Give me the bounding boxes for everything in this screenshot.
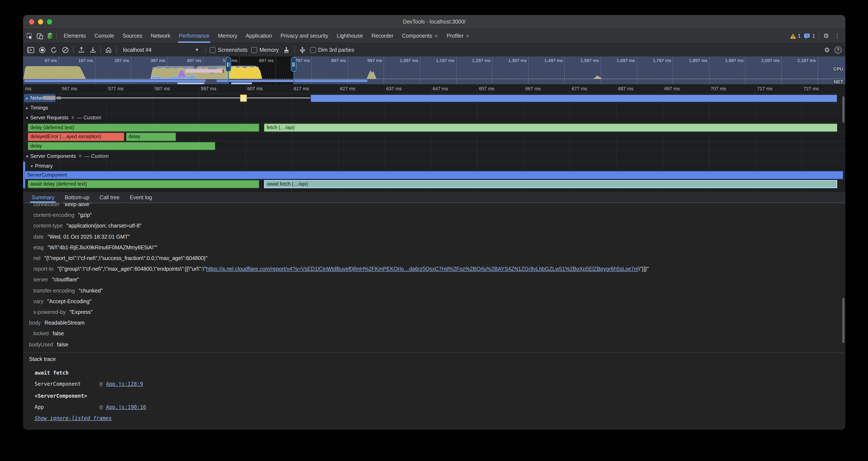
tab-privacy-and-security[interactable]: Privacy and security [276, 29, 333, 43]
header-value: "Accept-Encoding" [47, 298, 91, 305]
event-bar-await-delay-deferred-text-[interactable]: await delay (deferred text) [28, 180, 259, 188]
header-key: nel [33, 255, 40, 261]
expand-triangle-icon[interactable]: ▾ [31, 164, 33, 168]
show-ignore-listed-frames-link[interactable]: Show ignore-listed frames [35, 415, 112, 421]
tab-lighthouse[interactable]: Lighthouse [333, 29, 367, 43]
reload-and-record-button[interactable] [50, 46, 58, 54]
header-line-body: bodyReadableStream [29, 318, 841, 328]
history-select[interactable]: localhost #4 ▼ [120, 46, 202, 54]
flame-chart[interactable]: ms567 ms577 ms587 ms597 ms607 ms617 ms62… [23, 84, 845, 192]
home-icon[interactable] [105, 46, 112, 54]
stack-trace-divider [23, 352, 845, 353]
report-to-url-link[interactable]: https://a.nel.cloudflare.com/report/v4?s… [206, 266, 639, 272]
network-request-yellow-box[interactable] [240, 94, 247, 102]
tab-components[interactable]: Components⚛ [398, 29, 442, 43]
memory-checkbox-group[interactable]: Memory [251, 47, 279, 53]
expand-triangle-icon[interactable]: ▾ [26, 154, 28, 159]
issues-count: 1 [812, 33, 815, 39]
desktop: DevTools - localhost:3000/ ElementsConso… [0, 0, 868, 461]
header-value: false [57, 342, 68, 347]
garbage-collect-icon[interactable] [283, 46, 290, 54]
warnings-badge[interactable]: 1 [789, 33, 801, 39]
performance-toolbar: localhost #4 ▼ Screenshots Memory Dim 3 [23, 43, 845, 57]
track-header-timings[interactable]: ▸Timings [26, 105, 48, 111]
tab-application[interactable]: Application [242, 29, 276, 43]
track-label: Server Components [30, 153, 76, 159]
header-line-date: date"Wed, 01 Oct 2025 18:32:01 GMT" [29, 232, 841, 242]
details-tab-label: Bottom-up [65, 194, 89, 200]
device-toolbar-icon[interactable] [36, 32, 43, 40]
stack-frame-3: App@App.js:190:16 [35, 404, 146, 410]
collapse-triangle-icon[interactable]: ▸ [26, 106, 28, 110]
event-bar-delay[interactable]: delay [28, 142, 216, 150]
event-bar-delayederror-ayed-exception-[interactable]: delayedError (…ayed exception) [28, 133, 124, 141]
overview-left-handle-line [228, 72, 229, 84]
track-header-server-components[interactable]: ▾Server Components⚛— Custom [26, 153, 109, 159]
tab-label: Lighthouse [337, 33, 363, 39]
timeline-overview[interactable]: 97 ms197 ms297 ms397 ms497 ms597 ms697 m… [23, 56, 845, 84]
stack-frame-source-link[interactable]: App.js:128:9 [106, 381, 143, 387]
help-icon[interactable]: ? [835, 47, 841, 53]
track-header-primary[interactable]: ▾Primary [31, 163, 53, 169]
shorten-flame-icon[interactable] [299, 46, 306, 54]
track-header-server-requests[interactable]: ▾Server Requests⚛— Custom [26, 115, 101, 121]
event-bar-delay-deferred-text-[interactable]: delay (deferred text) [28, 123, 259, 132]
expand-triangle-icon[interactable]: ▾ [26, 115, 28, 120]
devtools-window: DevTools - localhost:3000/ ElementsConso… [23, 15, 845, 430]
flamechart-scrollbar-thumb[interactable] [842, 96, 844, 123]
inspect-element-icon[interactable] [26, 32, 33, 40]
header-line-x-powered-by: x-powered-by"Express" [29, 307, 841, 318]
overview-left-handle[interactable] [225, 57, 231, 72]
tab-elements[interactable]: Elements [59, 29, 90, 43]
event-bar-fetch-api-[interactable]: fetch (…/api) [264, 123, 837, 132]
event-bar-await-fetch-api-[interactable]: await fetch (…/api) [264, 180, 837, 188]
dim-3rd-parties-checkbox[interactable] [310, 47, 316, 53]
capture-settings-gear-icon[interactable]: ⚙ [823, 46, 831, 54]
stack-frame-source-link[interactable]: App.js:190:16 [106, 404, 146, 410]
custom-suffix: — Custom [84, 153, 108, 159]
issues-badge[interactable]: 1 [804, 33, 815, 39]
dim-3rd-parties-checkbox-group[interactable]: Dim 3rd parties [310, 47, 354, 53]
header-key: vary [33, 298, 43, 305]
load-profile-icon[interactable] [77, 46, 85, 54]
details-tab-call-tree[interactable]: Call tree [94, 192, 125, 203]
tab-console[interactable]: Console [90, 29, 118, 43]
tab-label: Sources [123, 33, 142, 39]
screenshots-checkbox[interactable] [210, 47, 216, 53]
tab-recorder[interactable]: Recorder [367, 29, 398, 43]
tabbar-divider-2 [818, 32, 819, 40]
details-tab-event-log[interactable]: Event log [125, 192, 157, 203]
tab-performance[interactable]: Performance [175, 29, 214, 43]
screenshots-checkbox-group[interactable]: Screenshots [210, 47, 248, 53]
header-line-connection: connection"keep-alive" [29, 203, 841, 210]
details-tab-bottom-up[interactable]: Bottom-up [60, 192, 94, 203]
tab-profiler[interactable]: Profiler⚛ [442, 29, 474, 43]
save-profile-icon[interactable] [89, 46, 97, 54]
network-request-bar[interactable] [310, 94, 837, 102]
toggle-sidebar-icon[interactable] [27, 46, 35, 54]
more-options-icon[interactable]: ⋮ [833, 32, 841, 40]
collapse-triangle-icon[interactable]: ▸ [26, 95, 28, 100]
header-key: content-type [33, 223, 63, 229]
memory-checkbox[interactable] [251, 47, 257, 53]
overview-right-handle[interactable] [291, 57, 297, 72]
record-button[interactable] [38, 46, 46, 54]
ruler-tick-label: 617 ms [294, 86, 309, 91]
tab-sources[interactable]: Sources [118, 29, 147, 43]
ruler-unit-label: ms [25, 86, 31, 91]
track-row-separator [23, 123, 845, 123]
clear-recordings-button[interactable] [62, 46, 69, 54]
header-line-transfer-encoding: transfer-encoding"chunked" [29, 285, 841, 296]
tab-network[interactable]: Network [147, 29, 175, 43]
settings-gear-icon[interactable]: ⚙ [822, 32, 830, 40]
details-tab-summary[interactable]: Summary [27, 192, 60, 203]
ruler-tick-label: 677 ms [572, 86, 587, 91]
tab-memory[interactable]: Memory [214, 29, 242, 43]
header-key: body [29, 320, 40, 326]
header-key: date [33, 234, 44, 240]
custom-suffix: — Custom [77, 115, 101, 121]
event-bar-delay[interactable]: delay [126, 133, 176, 141]
details-scrollbar-thumb[interactable] [842, 298, 844, 343]
event-bar-servercomponent[interactable]: ServerComponent [25, 171, 843, 179]
react-atom-icon: ⚛ [465, 33, 470, 39]
